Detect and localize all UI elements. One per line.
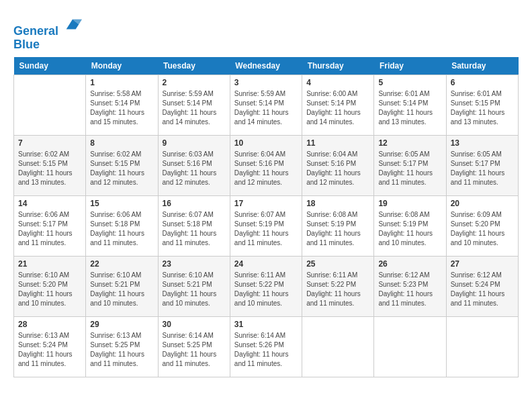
day-header-monday: Monday [86,57,158,75]
calendar-cell: 4Sunrise: 6:00 AM Sunset: 5:14 PM Daylig… [302,75,374,135]
day-number: 5 [378,78,441,87]
day-info: Sunrise: 6:05 AM Sunset: 5:17 PM Dayligh… [451,150,514,187]
day-number: 20 [451,199,514,208]
day-info: Sunrise: 6:13 AM Sunset: 5:24 PM Dayligh… [18,331,81,369]
day-number: 13 [451,138,514,148]
day-info: Sunrise: 6:10 AM Sunset: 5:21 PM Dayligh… [90,271,153,308]
day-info: Sunrise: 6:12 AM Sunset: 5:24 PM Dayligh… [451,271,514,308]
logo: General Blue [13,16,82,52]
calendar-cell [14,75,86,135]
calendar-cell: 12Sunrise: 6:05 AM Sunset: 5:17 PM Dayli… [374,135,446,195]
day-info: Sunrise: 6:12 AM Sunset: 5:23 PM Dayligh… [378,271,441,308]
day-info: Sunrise: 6:02 AM Sunset: 5:15 PM Dayligh… [18,150,81,187]
calendar-cell: 19Sunrise: 6:08 AM Sunset: 5:19 PM Dayli… [374,195,446,256]
calendar-table: SundayMondayTuesdayWednesdayThursdayFrid… [13,57,519,377]
day-info: Sunrise: 6:06 AM Sunset: 5:18 PM Dayligh… [90,210,153,248]
day-info: Sunrise: 5:59 AM Sunset: 5:14 PM Dayligh… [234,89,298,127]
day-number: 7 [18,138,81,148]
day-number: 8 [90,138,153,148]
day-number: 28 [18,320,81,329]
calendar-cell: 14Sunrise: 6:06 AM Sunset: 5:17 PM Dayli… [14,195,86,256]
day-info: Sunrise: 6:09 AM Sunset: 5:20 PM Dayligh… [451,210,514,248]
calendar-cell: 21Sunrise: 6:10 AM Sunset: 5:20 PM Dayli… [14,256,86,316]
day-number: 17 [234,199,298,208]
day-number: 3 [234,78,298,87]
calendar-cell: 2Sunrise: 5:59 AM Sunset: 5:14 PM Daylig… [158,75,230,135]
calendar-cell [446,316,518,377]
calendar-cell: 9Sunrise: 6:03 AM Sunset: 5:16 PM Daylig… [158,135,230,195]
day-info: Sunrise: 6:11 AM Sunset: 5:22 PM Dayligh… [306,271,369,308]
calendar-cell: 10Sunrise: 6:04 AM Sunset: 5:16 PM Dayli… [230,135,302,195]
day-header-sunday: Sunday [14,57,86,75]
week-row-4: 21Sunrise: 6:10 AM Sunset: 5:20 PM Dayli… [14,256,519,316]
week-row-1: 1Sunrise: 5:58 AM Sunset: 5:14 PM Daylig… [14,75,519,135]
day-info: Sunrise: 6:14 AM Sunset: 5:25 PM Dayligh… [163,331,226,369]
day-info: Sunrise: 6:11 AM Sunset: 5:22 PM Dayligh… [234,271,298,308]
day-number: 10 [234,138,298,148]
calendar-cell [302,316,374,377]
day-number: 11 [306,138,369,148]
calendar-cell: 27Sunrise: 6:12 AM Sunset: 5:24 PM Dayli… [446,256,518,316]
day-number: 16 [163,199,226,208]
day-header-wednesday: Wednesday [230,57,302,75]
day-info: Sunrise: 6:10 AM Sunset: 5:21 PM Dayligh… [163,271,226,308]
week-row-5: 28Sunrise: 6:13 AM Sunset: 5:24 PM Dayli… [14,316,519,377]
logo-icon [63,16,82,35]
day-number: 2 [163,78,226,87]
day-number: 6 [451,78,514,87]
calendar-cell: 29Sunrise: 6:13 AM Sunset: 5:25 PM Dayli… [86,316,158,377]
calendar-cell: 30Sunrise: 6:14 AM Sunset: 5:25 PM Dayli… [158,316,230,377]
calendar-cell: 8Sunrise: 6:02 AM Sunset: 5:15 PM Daylig… [86,135,158,195]
calendar-cell: 13Sunrise: 6:05 AM Sunset: 5:17 PM Dayli… [446,135,518,195]
day-info: Sunrise: 6:00 AM Sunset: 5:14 PM Dayligh… [306,89,369,127]
calendar-cell: 1Sunrise: 5:58 AM Sunset: 5:14 PM Daylig… [86,75,158,135]
day-number: 15 [90,199,153,208]
day-info: Sunrise: 6:08 AM Sunset: 5:19 PM Dayligh… [378,210,441,248]
week-row-2: 7Sunrise: 6:02 AM Sunset: 5:15 PM Daylig… [14,135,519,195]
day-number: 24 [234,259,298,269]
day-number: 21 [18,259,81,269]
day-info: Sunrise: 6:08 AM Sunset: 5:19 PM Dayligh… [306,210,369,248]
day-info: Sunrise: 6:13 AM Sunset: 5:25 PM Dayligh… [90,331,153,369]
calendar-cell: 31Sunrise: 6:14 AM Sunset: 5:26 PM Dayli… [230,316,302,377]
calendar-cell: 16Sunrise: 6:07 AM Sunset: 5:18 PM Dayli… [158,195,230,256]
day-info: Sunrise: 6:04 AM Sunset: 5:16 PM Dayligh… [306,150,369,187]
day-number: 4 [306,78,369,87]
day-number: 27 [451,259,514,269]
day-number: 14 [18,199,81,208]
day-info: Sunrise: 6:02 AM Sunset: 5:15 PM Dayligh… [90,150,153,187]
day-info: Sunrise: 6:01 AM Sunset: 5:15 PM Dayligh… [451,89,514,127]
day-header-tuesday: Tuesday [158,57,230,75]
day-info: Sunrise: 5:58 AM Sunset: 5:14 PM Dayligh… [90,89,153,127]
day-number: 1 [90,78,153,87]
calendar-header-row: SundayMondayTuesdayWednesdayThursdayFrid… [14,57,519,75]
calendar-cell: 18Sunrise: 6:08 AM Sunset: 5:19 PM Dayli… [302,195,374,256]
calendar-cell: 24Sunrise: 6:11 AM Sunset: 5:22 PM Dayli… [230,256,302,316]
logo-general: General [13,24,58,38]
day-number: 18 [306,199,369,208]
calendar-cell: 28Sunrise: 6:13 AM Sunset: 5:24 PM Dayli… [14,316,86,377]
day-number: 12 [378,138,441,148]
day-info: Sunrise: 6:04 AM Sunset: 5:16 PM Dayligh… [234,150,298,187]
calendar-cell: 17Sunrise: 6:07 AM Sunset: 5:19 PM Dayli… [230,195,302,256]
day-info: Sunrise: 6:06 AM Sunset: 5:17 PM Dayligh… [18,210,81,248]
calendar-cell: 23Sunrise: 6:10 AM Sunset: 5:21 PM Dayli… [158,256,230,316]
day-info: Sunrise: 6:03 AM Sunset: 5:16 PM Dayligh… [163,150,226,187]
day-number: 9 [163,138,226,148]
calendar-cell: 25Sunrise: 6:11 AM Sunset: 5:22 PM Dayli… [302,256,374,316]
day-number: 23 [163,259,226,269]
logo-blue: Blue [13,38,40,51]
day-header-thursday: Thursday [302,57,374,75]
calendar-cell: 11Sunrise: 6:04 AM Sunset: 5:16 PM Dayli… [302,135,374,195]
calendar-cell: 6Sunrise: 6:01 AM Sunset: 5:15 PM Daylig… [446,75,518,135]
day-header-friday: Friday [374,57,446,75]
calendar-cell: 26Sunrise: 6:12 AM Sunset: 5:23 PM Dayli… [374,256,446,316]
calendar-cell: 7Sunrise: 6:02 AM Sunset: 5:15 PM Daylig… [14,135,86,195]
day-info: Sunrise: 6:05 AM Sunset: 5:17 PM Dayligh… [378,150,441,187]
day-number: 30 [163,320,226,329]
day-info: Sunrise: 5:59 AM Sunset: 5:14 PM Dayligh… [163,89,226,127]
calendar-cell: 22Sunrise: 6:10 AM Sunset: 5:21 PM Dayli… [86,256,158,316]
calendar-body: 1Sunrise: 5:58 AM Sunset: 5:14 PM Daylig… [14,75,519,377]
day-number: 31 [234,320,298,329]
day-info: Sunrise: 6:14 AM Sunset: 5:26 PM Dayligh… [234,331,298,369]
